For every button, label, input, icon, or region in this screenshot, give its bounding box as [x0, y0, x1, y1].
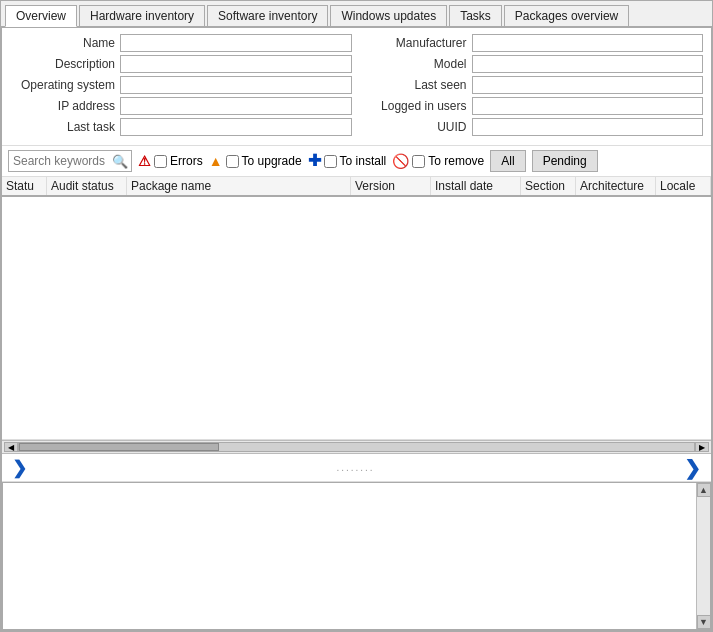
uuid-label: UUID [362, 120, 472, 134]
table-container: Statu Audit status Package name Version … [2, 177, 711, 440]
right-arrow-icon: ▶ [699, 443, 705, 452]
tab-hardware-inventory[interactable]: Hardware inventory [79, 5, 205, 26]
description-field-group: Description [10, 55, 352, 73]
remove-icon: 🚫 [392, 153, 409, 169]
form-right-col: Manufacturer Model Last seen Logged in u… [362, 34, 704, 139]
install-icon: ✚ [308, 153, 321, 169]
lasttask-field-group: Last task [10, 118, 352, 136]
table-header: Statu Audit status Package name Version … [2, 177, 711, 197]
name-label: Name [10, 36, 120, 50]
filter-errors: ⚠ Errors [138, 153, 203, 169]
os-field-group: Operating system [10, 76, 352, 94]
loggedinusers-field-group: Logged in users [362, 97, 704, 115]
nav-row: ❯ ........ ❯ [2, 454, 711, 482]
lasttask-label: Last task [10, 120, 120, 134]
tab-packages-overview[interactable]: Packages overview [504, 5, 629, 26]
all-button[interactable]: All [490, 150, 525, 172]
scroll-up-btn[interactable]: ▲ [697, 483, 711, 497]
filter-bar: 🔍 ⚠ Errors ▲ To upgrade ✚ To install [2, 146, 711, 177]
left-arrow-icon: ◀ [8, 443, 14, 452]
manufacturer-label: Manufacturer [362, 36, 472, 50]
filter-install: ✚ To install [308, 153, 387, 169]
horizontal-scrollbar[interactable]: ◀ ▶ [2, 440, 711, 454]
ip-input[interactable] [120, 97, 352, 115]
pending-button[interactable]: Pending [532, 150, 598, 172]
remove-checkbox[interactable] [412, 155, 425, 168]
loggedinusers-input[interactable] [472, 97, 704, 115]
col-audit: Audit status [47, 177, 127, 195]
scroll-down-icon: ▼ [699, 617, 708, 627]
bottom-content [3, 483, 696, 629]
tab-windows-updates[interactable]: Windows updates [330, 5, 447, 26]
errors-label: Errors [170, 154, 203, 168]
bottom-text-area: ▲ ▼ [2, 482, 711, 630]
col-install-date: Install date [431, 177, 521, 195]
lasttask-input[interactable] [120, 118, 352, 136]
model-field-group: Model [362, 55, 704, 73]
name-input[interactable] [120, 34, 352, 52]
table-body [2, 197, 711, 439]
col-package: Package name [127, 177, 351, 195]
ip-label: IP address [10, 99, 120, 113]
upgrade-icon: ▲ [209, 153, 223, 169]
main-container: Overview Hardware inventory Software inv… [0, 0, 713, 632]
hscroll-left-btn[interactable]: ◀ [4, 442, 18, 452]
content-area: Name Description Operating system IP add… [1, 27, 712, 631]
os-label: Operating system [10, 78, 120, 92]
bottom-scrollbar: ▲ ▼ [696, 483, 710, 629]
prev-button[interactable]: ❯ [8, 457, 31, 479]
lastseen-label: Last seen [362, 78, 472, 92]
search-box[interactable]: 🔍 [8, 150, 132, 172]
remove-label: To remove [428, 154, 484, 168]
install-checkbox[interactable] [324, 155, 337, 168]
hscroll-thumb[interactable] [19, 443, 219, 451]
manufacturer-input[interactable] [472, 34, 704, 52]
tab-tasks[interactable]: Tasks [449, 5, 502, 26]
name-field-group: Name [10, 34, 352, 52]
tab-software-inventory[interactable]: Software inventory [207, 5, 328, 26]
errors-checkbox[interactable] [154, 155, 167, 168]
scroll-track[interactable] [697, 497, 711, 615]
loggedinusers-label: Logged in users [362, 99, 472, 113]
col-locale: Locale [656, 177, 711, 195]
col-status: Statu [2, 177, 47, 195]
ip-field-group: IP address [10, 97, 352, 115]
hscroll-right-btn[interactable]: ▶ [695, 442, 709, 452]
filter-remove: 🚫 To remove [392, 153, 484, 169]
filter-upgrade: ▲ To upgrade [209, 153, 302, 169]
tab-bar: Overview Hardware inventory Software inv… [1, 1, 712, 27]
os-input[interactable] [120, 76, 352, 94]
uuid-field-group: UUID [362, 118, 704, 136]
search-icon: 🔍 [113, 154, 127, 168]
col-section: Section [521, 177, 576, 195]
scroll-up-icon: ▲ [699, 485, 708, 495]
model-label: Model [362, 57, 472, 71]
error-icon: ⚠ [138, 153, 151, 169]
next-button[interactable]: ❯ [680, 456, 705, 480]
description-input[interactable] [120, 55, 352, 73]
hscroll-track[interactable] [18, 442, 695, 452]
col-version: Version [351, 177, 431, 195]
description-label: Description [10, 57, 120, 71]
form-left-col: Name Description Operating system IP add… [10, 34, 352, 139]
install-label: To install [340, 154, 387, 168]
upgrade-label: To upgrade [242, 154, 302, 168]
nav-dots: ........ [336, 462, 374, 473]
manufacturer-field-group: Manufacturer [362, 34, 704, 52]
model-input[interactable] [472, 55, 704, 73]
upgrade-checkbox[interactable] [226, 155, 239, 168]
col-architecture: Architecture [576, 177, 656, 195]
lastseen-field-group: Last seen [362, 76, 704, 94]
tab-overview[interactable]: Overview [5, 5, 77, 27]
form-section: Name Description Operating system IP add… [2, 28, 711, 146]
lastseen-input[interactable] [472, 76, 704, 94]
uuid-input[interactable] [472, 118, 704, 136]
scroll-down-btn[interactable]: ▼ [697, 615, 711, 629]
search-input[interactable] [13, 154, 113, 168]
